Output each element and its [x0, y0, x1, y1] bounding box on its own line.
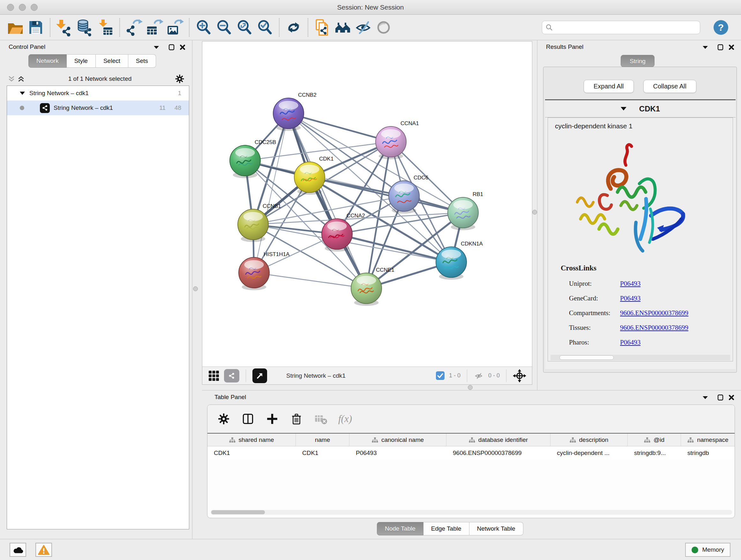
- import-table-from-file-button[interactable]: [95, 17, 116, 38]
- network-node-CCNB1[interactable]: [238, 209, 268, 242]
- show-hide-graphics-details-button[interactable]: [353, 17, 374, 38]
- crosslink-link[interactable]: P06493: [620, 338, 641, 347]
- open-session-button[interactable]: [5, 17, 25, 38]
- table-panel-float-button[interactable]: [701, 394, 709, 401]
- tree-expand-icon[interactable]: [20, 91, 25, 95]
- results-panel-float-button[interactable]: [701, 44, 709, 51]
- delete-table-button[interactable]: [314, 412, 327, 426]
- show-column-button[interactable]: [241, 412, 255, 426]
- right-splitter-grip[interactable]: [532, 210, 537, 214]
- column-header-description[interactable]: description: [550, 434, 628, 446]
- tab-style[interactable]: Style: [67, 54, 96, 68]
- entry-horizontal-scrollbar[interactable]: [550, 355, 730, 361]
- cloud-status-button[interactable]: [10, 543, 26, 557]
- network-canvas[interactable]: CCNB2CCNA1CDC25BCDK1CDC6RB1CCNB1CCNA2CDK…: [202, 42, 532, 367]
- column-header-id[interactable]: @id: [628, 434, 681, 446]
- change-network-view-button[interactable]: [333, 17, 353, 38]
- import-network-from-database-button[interactable]: [75, 17, 95, 38]
- collapse-all-button[interactable]: Collapse All: [643, 80, 697, 93]
- network-options-button[interactable]: [175, 74, 185, 84]
- tab-network-table[interactable]: Network Table: [469, 522, 523, 536]
- tab-edge-table[interactable]: Edge Table: [423, 522, 469, 536]
- crosslink-link[interactable]: P06493: [620, 294, 641, 302]
- maximize-window-button[interactable]: [30, 4, 38, 11]
- network-node-CCNE1[interactable]: [351, 273, 382, 306]
- import-network-from-file-button[interactable]: [54, 17, 75, 38]
- zoom-selected-button[interactable]: [255, 17, 275, 38]
- search-input[interactable]: [556, 24, 697, 31]
- delete-column-button[interactable]: [290, 412, 303, 426]
- expand-all-networks-button[interactable]: [17, 75, 25, 83]
- function-builder-button[interactable]: f(x): [338, 413, 352, 425]
- column-header-canonical-name[interactable]: canonical name: [349, 434, 447, 446]
- network-node-RB1[interactable]: [448, 197, 478, 230]
- control-panel-maximize-button[interactable]: [168, 44, 176, 51]
- save-session-button[interactable]: [25, 17, 46, 38]
- results-tab-string[interactable]: String: [621, 55, 655, 67]
- table-cell[interactable]: stringdb: [681, 446, 735, 460]
- network-edge-CCNB2-HIST1H1A[interactable]: [254, 113, 288, 273]
- network-row[interactable]: String Network – cdk1 11 48: [7, 101, 189, 115]
- create-column-button[interactable]: [266, 412, 279, 426]
- bottom-splitter-grip[interactable]: [468, 385, 473, 390]
- crosslink-link[interactable]: P06493: [620, 280, 641, 288]
- selected-checkbox[interactable]: [436, 371, 445, 380]
- network-node-CDKN1A[interactable]: [436, 247, 467, 280]
- table-panel-maximize-button[interactable]: [717, 394, 724, 401]
- network-edge-CCNB2-CCNE1[interactable]: [288, 113, 366, 288]
- column-header-namespace[interactable]: namespace: [681, 434, 735, 446]
- column-header-shared-name[interactable]: shared name: [207, 434, 296, 446]
- control-panel-float-button[interactable]: [152, 44, 160, 51]
- table-cell[interactable]: CDK1: [296, 446, 349, 460]
- table-cell[interactable]: 9606.ENSP00000378699: [447, 446, 550, 460]
- tab-network[interactable]: Network: [28, 54, 67, 68]
- column-header-name[interactable]: name: [296, 434, 349, 446]
- collapse-all-networks-button[interactable]: [8, 75, 15, 83]
- table-cell[interactable]: cyclin-dependent ...: [550, 446, 628, 460]
- crosslink-link[interactable]: 9606.ENSP00000378699: [620, 324, 688, 332]
- toggle-views-button[interactable]: [374, 17, 394, 38]
- tab-node-table[interactable]: Node Table: [377, 522, 423, 536]
- network-collection-row[interactable]: String Network – cdk1 1: [7, 86, 189, 101]
- string-view-button[interactable]: [224, 369, 239, 382]
- network-node-HIST1H1A[interactable]: [239, 257, 269, 290]
- table-row[interactable]: CDK1CDK1P064939606.ENSP00000378699cyclin…: [207, 446, 735, 460]
- table-panel-close-button[interactable]: [728, 394, 735, 401]
- gene-entry-header[interactable]: CDK1: [545, 100, 736, 118]
- network-edge-CCNE1-HIST1H1A[interactable]: [254, 273, 366, 288]
- export-table-button[interactable]: [144, 17, 165, 38]
- results-panel-maximize-button[interactable]: [717, 44, 724, 51]
- network-node-CDK1[interactable]: [294, 162, 325, 195]
- zoom-fit-content-button[interactable]: [234, 17, 255, 38]
- table-cell[interactable]: stringdb:9...: [628, 446, 681, 460]
- network-edge-CDK1-RB1[interactable]: [310, 177, 463, 212]
- export-image-button[interactable]: [165, 17, 185, 38]
- column-header-database-identifier[interactable]: database identifier: [447, 434, 550, 446]
- tab-sets[interactable]: Sets: [128, 54, 156, 68]
- close-window-button[interactable]: [7, 4, 14, 11]
- export-network-button[interactable]: [124, 17, 144, 38]
- tab-select[interactable]: Select: [96, 54, 128, 68]
- table-cell[interactable]: P06493: [349, 446, 447, 460]
- birdseye-view-button[interactable]: [208, 370, 219, 381]
- control-panel-close-button[interactable]: [179, 44, 186, 51]
- zoom-out-button[interactable]: [214, 17, 234, 38]
- network-from-public-databases-button[interactable]: [312, 17, 333, 38]
- crosslink-link[interactable]: 9606.ENSP00000378699: [620, 309, 688, 317]
- minimize-window-button[interactable]: [19, 4, 26, 11]
- table-horizontal-scrollbar[interactable]: [211, 510, 732, 515]
- network-node-CCNA1[interactable]: [376, 126, 406, 159]
- zoom-in-button[interactable]: [193, 17, 214, 38]
- left-splitter-grip[interactable]: [193, 287, 198, 291]
- expand-all-button[interactable]: Expand All: [584, 80, 634, 93]
- fit-selected-button[interactable]: [513, 369, 526, 382]
- warning-status-button[interactable]: [36, 543, 52, 557]
- detach-view-button[interactable]: [253, 368, 267, 383]
- help-button[interactable]: ?: [714, 20, 728, 35]
- network-node-CDC25B[interactable]: [230, 145, 260, 178]
- memory-button[interactable]: Memory: [685, 543, 731, 557]
- table-cell[interactable]: CDK1: [207, 446, 296, 460]
- table-options-button[interactable]: [217, 412, 230, 426]
- apply-preferred-layout-button[interactable]: [283, 17, 304, 38]
- results-panel-close-button[interactable]: [728, 44, 735, 51]
